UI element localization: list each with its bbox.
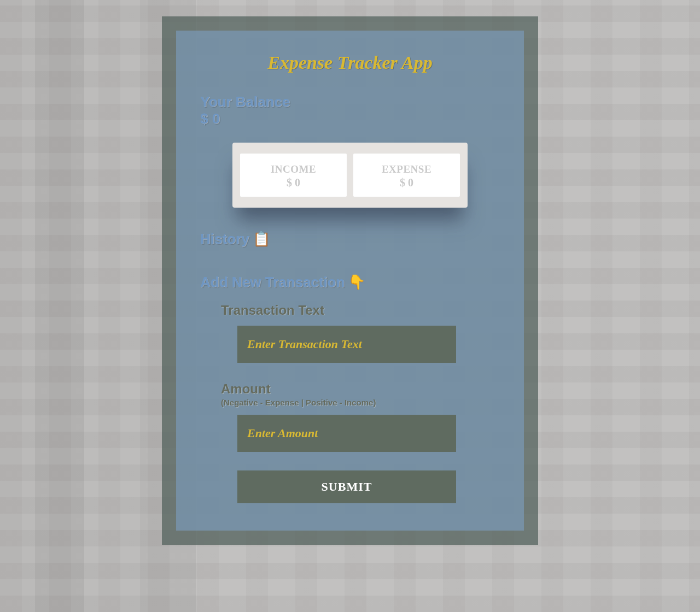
pointing-down-icon: 👇: [348, 274, 365, 291]
app-inner-container: Expense Tracker App Your Balance $ 0 INC…: [176, 31, 524, 531]
amount-group: Amount (Negative - Expense | Positive - …: [221, 381, 500, 452]
amount-input[interactable]: [237, 415, 456, 452]
transaction-text-input[interactable]: [237, 326, 456, 363]
income-label: INCOME: [244, 163, 342, 175]
amount-label: Amount: [221, 381, 500, 397]
clipboard-icon: 📋: [253, 231, 270, 248]
transaction-text-group: Transaction Text: [221, 303, 500, 363]
balance-amount: $ 0: [200, 110, 500, 127]
submit-button[interactable]: SUBMIT: [237, 470, 456, 503]
income-value: $ 0: [244, 176, 342, 189]
history-heading-text: History: [200, 231, 249, 248]
history-heading: History 📋: [200, 231, 500, 248]
expense-value: $ 0: [358, 176, 456, 189]
app-title: Expense Tracker App: [200, 52, 500, 73]
summary-box: INCOME $ 0 EXPENSE $ 0: [232, 143, 468, 208]
app-outer-container: Expense Tracker App Your Balance $ 0 INC…: [162, 16, 538, 545]
expense-card: EXPENSE $ 0: [353, 154, 460, 197]
balance-label: Your Balance: [200, 94, 500, 110]
amount-hint: (Negative - Expense | Positive - Income): [221, 398, 500, 407]
add-heading-text: Add New Transaction: [200, 274, 345, 291]
add-transaction-heading: Add New Transaction 👇: [200, 274, 500, 291]
transaction-text-label: Transaction Text: [221, 303, 500, 318]
expense-label: EXPENSE: [358, 163, 456, 175]
income-card: INCOME $ 0: [240, 154, 347, 197]
